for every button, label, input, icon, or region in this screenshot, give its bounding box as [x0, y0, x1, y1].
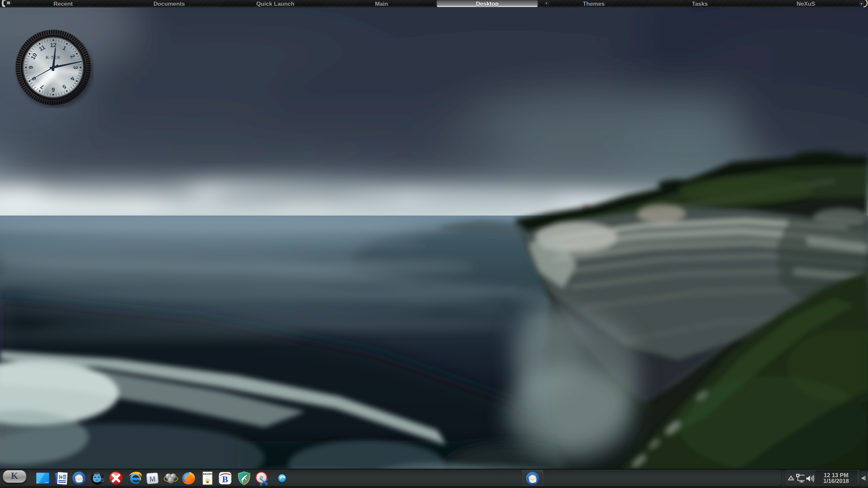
svg-text:* * *: * * * [206, 475, 209, 477]
svg-text:3: 3 [72, 66, 79, 69]
svg-text:K-TEK: K-TEK [46, 55, 61, 60]
svg-text:12: 12 [50, 42, 57, 48]
svg-text:AAUGH!: AAUGH! [203, 473, 212, 475]
svg-text:B: B [222, 474, 228, 484]
svg-text:6: 6 [52, 86, 55, 93]
svg-text:M: M [149, 474, 156, 483]
svg-text:9: 9 [28, 66, 34, 69]
